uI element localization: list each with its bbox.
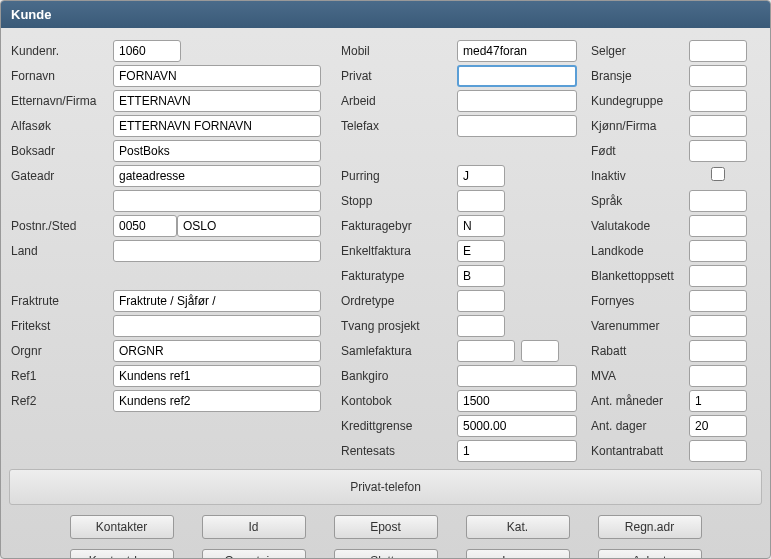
kat-button[interactable]: Kat. (466, 515, 570, 539)
etternavn-label: Etternavn/Firma (7, 94, 113, 108)
fakturagebyr-input[interactable] (457, 215, 505, 237)
kjonn-input[interactable] (689, 115, 747, 137)
col-left: Kundenr. Fornavn Etternavn/Firma Alfasøk… (7, 38, 337, 463)
boksadr-input[interactable] (113, 140, 321, 162)
kontantrabatt-input[interactable] (689, 440, 747, 462)
telefax-label: Telefax (337, 119, 457, 133)
landkode-label: Landkode (587, 244, 689, 258)
fornavn-input[interactable] (113, 65, 321, 87)
fritekst-label: Fritekst (7, 319, 113, 333)
mobil-input[interactable] (457, 40, 577, 62)
epost-button[interactable]: Epost (334, 515, 438, 539)
bankgiro-input[interactable] (457, 365, 577, 387)
kontoutdrag-button[interactable]: Kontoutdrag (70, 549, 174, 559)
stopp-input[interactable] (457, 190, 505, 212)
mobil-label: Mobil (337, 44, 457, 58)
omsetning-button[interactable]: Omsetning (202, 549, 306, 559)
arbeid-label: Arbeid (337, 94, 457, 108)
fraktrute-input[interactable] (113, 290, 321, 312)
selger-input[interactable] (689, 40, 747, 62)
rentesats-input[interactable] (457, 440, 577, 462)
antdager-label: Ant. dager (587, 419, 689, 433)
stopp-label: Stopp (337, 194, 457, 208)
rabatt-input[interactable] (689, 340, 747, 362)
privat-label: Privat (337, 69, 457, 83)
col-middle: Mobil Privat Arbeid Telefax Purring Stop… (337, 38, 587, 463)
avbryt-button[interactable]: Avbryt (598, 549, 702, 559)
alfasok-label: Alfasøk (7, 119, 113, 133)
samlefaktura-input-2[interactable] (521, 340, 559, 362)
orgnr-input[interactable] (113, 340, 321, 362)
gateadr-input[interactable] (113, 165, 321, 187)
valutakode-input[interactable] (689, 215, 747, 237)
ref2-input[interactable] (113, 390, 321, 412)
kundegruppe-input[interactable] (689, 90, 747, 112)
fakturatype-label: Fakturatype (337, 269, 457, 283)
purring-label: Purring (337, 169, 457, 183)
button-row-1: Kontakter Id Epost Kat. Regn.adr (1, 515, 770, 539)
kontakter-button[interactable]: Kontakter (70, 515, 174, 539)
fornyes-label: Fornyes (587, 294, 689, 308)
ref1-label: Ref1 (7, 369, 113, 383)
tvang-input[interactable] (457, 315, 505, 337)
sprak-input[interactable] (689, 190, 747, 212)
kontantrabatt-label: Kontantrabatt (587, 444, 689, 458)
fornavn-label: Fornavn (7, 69, 113, 83)
kundenr-label: Kundenr. (7, 44, 113, 58)
fakturatype-input[interactable] (457, 265, 505, 287)
lagre-button[interactable]: Lagre (466, 549, 570, 559)
arbeid-input[interactable] (457, 90, 577, 112)
id-button[interactable]: Id (202, 515, 306, 539)
mva-label: MVA (587, 369, 689, 383)
fornyes-input[interactable] (689, 290, 747, 312)
samlefaktura-label: Samlefaktura (337, 344, 457, 358)
samlefaktura-input-1[interactable] (457, 340, 515, 362)
land-input[interactable] (113, 240, 321, 262)
varenummer-label: Varenummer (587, 319, 689, 333)
kontobok-input[interactable] (457, 390, 577, 412)
kundenr-input[interactable] (113, 40, 181, 62)
varenummer-input[interactable] (689, 315, 747, 337)
fraktrute-label: Fraktrute (7, 294, 113, 308)
postnr-label: Postnr./Sted (7, 219, 113, 233)
ref1-input[interactable] (113, 365, 321, 387)
kundegruppe-label: Kundegruppe (587, 94, 689, 108)
privat-input[interactable] (457, 65, 577, 87)
bransje-label: Bransje (587, 69, 689, 83)
mva-input[interactable] (689, 365, 747, 387)
ordretype-input[interactable] (457, 290, 505, 312)
etternavn-input[interactable] (113, 90, 321, 112)
kjonn-label: Kjønn/Firma (587, 119, 689, 133)
gateadr-label: Gateadr (7, 169, 113, 183)
window-title: Kunde (1, 1, 770, 28)
gateadr2-input[interactable] (113, 190, 321, 212)
alfasok-input[interactable] (113, 115, 321, 137)
valutakode-label: Valutakode (587, 219, 689, 233)
kredittgrense-input[interactable] (457, 415, 577, 437)
rentesats-label: Rentesats (337, 444, 457, 458)
bransje-input[interactable] (689, 65, 747, 87)
kontobok-label: Kontobok (337, 394, 457, 408)
landkode-input[interactable] (689, 240, 747, 262)
fritekst-input[interactable] (113, 315, 321, 337)
regn-button[interactable]: Regn.adr (598, 515, 702, 539)
sprak-label: Språk (587, 194, 689, 208)
button-row-2: Kontoutdrag Omsetning Slette Lagre Avbry… (1, 549, 770, 559)
telefax-input[interactable] (457, 115, 577, 137)
blankettoppsett-input[interactable] (689, 265, 747, 287)
antdager-input[interactable] (689, 415, 747, 437)
inaktiv-label: Inaktiv (587, 169, 689, 183)
fodt-input[interactable] (689, 140, 747, 162)
antmaneder-input[interactable] (689, 390, 747, 412)
tvang-label: Tvang prosjekt (337, 319, 457, 333)
bankgiro-label: Bankgiro (337, 369, 457, 383)
postnr-input[interactable] (113, 215, 177, 237)
status-bar: Privat-telefon (9, 469, 762, 505)
enkeltfaktura-input[interactable] (457, 240, 505, 262)
purring-input[interactable] (457, 165, 505, 187)
fakturagebyr-label: Fakturagebyr (337, 219, 457, 233)
land-label: Land (7, 244, 113, 258)
sted-input[interactable] (177, 215, 321, 237)
slette-button[interactable]: Slette (334, 549, 438, 559)
inaktiv-checkbox[interactable] (711, 167, 725, 181)
